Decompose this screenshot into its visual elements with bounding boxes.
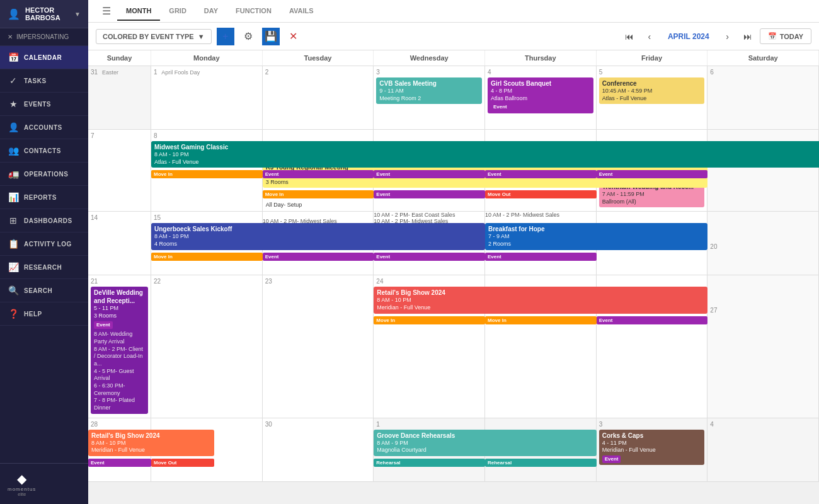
midwest-gaming-room: Atlas - Full Venue <box>154 159 816 166</box>
sidebar: 👤 HECTOR BARBOSA ▼ ✕ IMPERSONATING 📅 CAL… <box>0 0 88 504</box>
corks-caps[interactable]: Corks & Caps 4 - 11 PM Meridian - Full V… <box>599 430 705 466</box>
sidebar-item-search[interactable]: 🔍 SEARCH <box>0 279 88 302</box>
tasks-icon: ✓ <box>8 76 19 86</box>
retails-big-show-w4-room: Meridian - Full Venue <box>377 304 704 312</box>
sidebar-item-dashboards[interactable]: ⊞ DASHBOARDS <box>0 209 88 232</box>
conference-room: Atlas - Full Venue <box>602 95 702 103</box>
sidebar-item-reports[interactable]: 📊 REPORTS <box>0 186 88 209</box>
sidebar-item-contacts[interactable]: 👥 CONTACTS <box>0 139 88 163</box>
activity-log-label: ACTIVITY LOG <box>24 241 72 248</box>
retails-big-show-w5[interactable]: Retail's Big Show 2024 8 AM - 10 PM Meri… <box>88 430 214 456</box>
corks-caps-room: Meridian - Full Venue <box>602 447 702 454</box>
midwest-gaming[interactable]: Midwest Gaming Classic 8 AM - 10 PM Atla… <box>151 141 819 168</box>
save-button[interactable]: 💾 <box>262 28 280 45</box>
colored-by-button[interactable]: COLORED BY EVENT TYPE ▼ <box>96 29 212 44</box>
conference[interactable]: Conference 10:45 AM - 4:59 PM Atlas - Fu… <box>599 77 705 104</box>
sidebar-item-tasks[interactable]: ✓ TASKS <box>0 69 88 93</box>
user-header[interactable]: 👤 HECTOR BARBOSA ▼ <box>0 0 88 28</box>
groove-dance-room: Magnolia Courtyard <box>377 447 593 454</box>
groove-dance[interactable]: Groove Dance Rehearsals 8 AM - 9 PM Magn… <box>374 430 596 456</box>
cell-apr20: 20 <box>707 212 819 275</box>
girl-scouts-time: 4 - 8 PM <box>491 88 590 95</box>
impersonate-item[interactable]: ✕ IMPERSONATING <box>0 28 88 46</box>
cell-apr27: 27 <box>707 275 819 417</box>
midwest-gaming-time: 8 AM - 10 PM <box>154 151 816 159</box>
groove-rehearsal1: Rehearsal <box>374 459 485 467</box>
dropdown-icon: ▼ <box>74 11 81 18</box>
day-num-may4: 4 <box>710 421 816 428</box>
day-num-apr20: 20 <box>710 243 816 250</box>
tab-avails[interactable]: AVAILS <box>280 2 323 21</box>
retails-big-show-w4-time: 8 AM - 10 PM <box>377 297 704 304</box>
girl-scouts-banquet[interactable]: Girl Scouts Banquet 4 - 8 PM Atlas Ballr… <box>488 77 593 113</box>
rj-young-time: 6 AM - 11:59 PM <box>266 171 705 179</box>
deville-wedding[interactable]: DeVille Wedding and Recepti... 5 - 11 PM… <box>91 287 148 413</box>
week-row-3: 14 15 Ungerboeck Sales Kickoff 8 AM - 10… <box>88 212 819 275</box>
cell-apr1: 1 April Fools Day <box>151 66 263 129</box>
tab-day[interactable]: DAY <box>195 2 227 21</box>
sidebar-item-activity-log[interactable]: 📋 ACTIVITY LOG <box>0 232 88 256</box>
calendar-header: Sunday Monday Tuesday Wednesday Thursday… <box>88 50 819 66</box>
cell-apr23: 23 <box>263 275 374 417</box>
x-icon: ✕ <box>8 33 13 40</box>
current-month: APRIL 2024 <box>662 32 716 41</box>
sidebar-item-accounts[interactable]: 👤 ACCOUNTS <box>0 116 88 139</box>
breakfast-for-hope[interactable]: Breakfast for Hope 7 - 9 AM 2 Rooms <box>485 223 707 249</box>
tab-function[interactable]: FUNCTION <box>227 2 280 21</box>
day-num-may3: 3 <box>599 421 705 428</box>
first-page-button[interactable]: ⏮ <box>621 28 638 45</box>
ungerboeck-kickoff[interactable]: Ungerboeck Sales Kickoff 8 AM - 10 PM 4 … <box>151 223 485 249</box>
cell-apr7: 7 <box>88 130 151 211</box>
dashboards-icon: ⊞ <box>8 215 19 226</box>
deville-sub1: 8 AM- Wedding Party Arrival <box>94 331 145 345</box>
dashboards-label: DASHBOARDS <box>24 217 72 224</box>
calendar: Sunday Monday Tuesday Wednesday Thursday… <box>88 50 819 504</box>
cell-apr5: 5 Conference 10:45 AM - 4:59 PM Atlas - … <box>597 66 708 129</box>
sidebar-item-operations[interactable]: 🚛 OPERATIONS <box>0 163 88 186</box>
cell-may3: 3 Corks & Caps 4 - 11 PM Meridian - Full… <box>597 418 708 481</box>
sidebar-item-events[interactable]: ★ EVENTS <box>0 93 88 116</box>
trentham-time: 7 AM - 11:59 PM <box>602 191 702 198</box>
retails-big-show-w4[interactable]: Retail's Big Show 2024 8 AM - 10 PM Meri… <box>374 287 707 313</box>
today-label: TODAY <box>780 33 803 40</box>
nav-controls: ⏮ ‹ APRIL 2024 › ⏭ 📅 TODAY <box>621 28 811 45</box>
midwest-gaming-movein: Move In <box>151 170 263 178</box>
deville-sub4: 6 - 6:30 PM- Ceremony <box>94 382 145 397</box>
cell-mar31: 31 Easter <box>88 66 151 129</box>
day-num-apr24: 24 <box>376 278 482 285</box>
day-num-may1: 1 <box>376 421 482 428</box>
close-button[interactable]: ✕ <box>285 28 302 45</box>
nav-menu: 📅 CALENDAR ✓ TASKS ★ EVENTS 👤 ACCOUNTS 👥… <box>0 46 88 463</box>
cvb-sales-meeting[interactable]: CVB Sales Meeting 9 - 11 AM Meeting Room… <box>376 77 482 104</box>
deville-sub2: 8 AM - 2 PM- Client / Decorator Load-In … <box>94 346 145 368</box>
tab-grid[interactable]: GRID <box>160 2 195 21</box>
tab-month[interactable]: MONTH <box>117 2 160 21</box>
retails-big-show-w5-title: Retail's Big Show 2024 <box>91 432 211 440</box>
week-row-2: 7 8 Midwest Gaming Classic 8 AM - 10 PM … <box>88 130 819 212</box>
day-num-apr8: 8 <box>154 132 260 139</box>
ungerboeck-room: 4 Rooms <box>154 241 482 248</box>
prev-button[interactable]: ‹ <box>641 28 658 45</box>
day-num-apr1: 1 April Fools Day <box>154 69 260 76</box>
today-button[interactable]: 📅 TODAY <box>760 28 811 44</box>
research-label: RESEARCH <box>24 264 62 271</box>
day-num-apr22: 22 <box>154 278 260 285</box>
sidebar-item-research[interactable]: 📈 RESEARCH <box>0 256 88 279</box>
col-header-sunday: Sunday <box>88 50 151 66</box>
logo-icon: ◆ <box>17 471 26 486</box>
add-button[interactable]: + <box>217 28 234 45</box>
col-header-tuesday: Tuesday <box>263 50 374 66</box>
sidebar-item-calendar[interactable]: 📅 CALENDAR <box>0 46 88 69</box>
sidebar-item-help[interactable]: ❓ HELP <box>0 302 88 326</box>
next-button[interactable]: › <box>719 28 736 45</box>
cvb-room: Meeting Room 2 <box>379 95 479 103</box>
operations-label: OPERATIONS <box>24 171 68 178</box>
reports-label: REPORTS <box>24 194 57 201</box>
last-page-button[interactable]: ⏭ <box>740 28 756 45</box>
day-num-apr5: 5 <box>599 69 705 76</box>
cell-apr28: 28 Retail's Big Show 2024 8 AM - 10 PM M… <box>88 418 151 481</box>
cell-apr8-week2: 8 Midwest Gaming Classic 8 AM - 10 PM At… <box>151 130 263 211</box>
day-num-apr23: 23 <box>265 278 371 285</box>
settings-button[interactable]: ⚙ <box>239 28 257 45</box>
conference-time: 10:45 AM - 4:59 PM <box>602 88 702 95</box>
